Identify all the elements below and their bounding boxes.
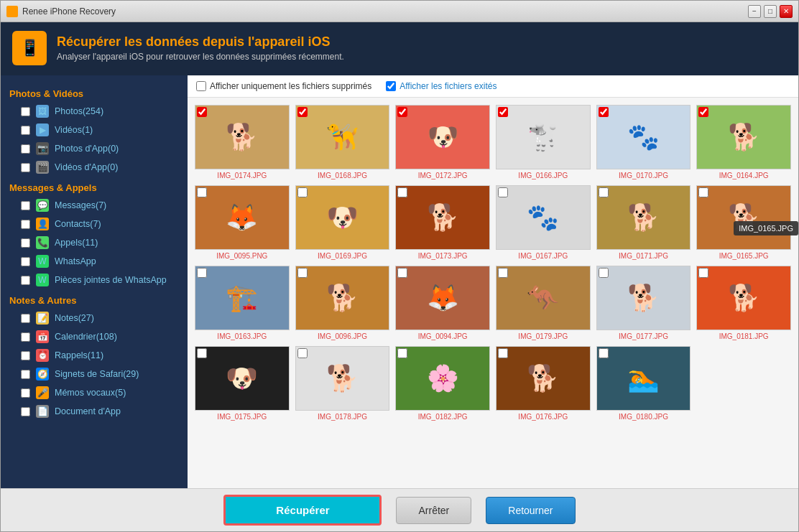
photo-checkbox-IMG_0177[interactable]: [599, 268, 609, 278]
messages-label: Messages(7): [55, 200, 106, 210]
app-photos-label: Photos d'App(0): [55, 144, 119, 154]
photo-checkbox-IMG_0163[interactable]: [197, 268, 207, 278]
filter-deleted-only[interactable]: Afficher uniquement les fichiers supprim…: [196, 81, 371, 91]
photos-label: Photos(254): [55, 106, 103, 116]
main-content: Photos & Vidéos 🖼 Photos(254) ▶ Vidéos(1…: [1, 75, 798, 488]
photo-item-IMG_0095: 🦊IMG_0095.PNG: [195, 185, 290, 260]
whatsapp-icon: W: [36, 255, 49, 268]
notes-checkbox[interactable]: [21, 314, 30, 323]
photo-checkbox-IMG_0180[interactable]: [599, 348, 609, 358]
sidebar-item-notes[interactable]: 📝 Notes(27): [1, 309, 188, 327]
calls-checkbox[interactable]: [21, 238, 30, 248]
videos-checkbox[interactable]: [21, 126, 30, 135]
sidebar-item-safari[interactable]: 🧭 Signets de Safari(29): [1, 365, 188, 383]
photo-checkbox-IMG_0181[interactable]: [698, 268, 708, 278]
calendar-checkbox[interactable]: [21, 332, 30, 342]
photo-checkbox-IMG_0095[interactable]: [197, 187, 207, 197]
safari-checkbox[interactable]: [21, 370, 30, 379]
sidebar-item-calendar[interactable]: 📅 Calendrier(108): [1, 327, 188, 346]
minimize-button[interactable]: −: [748, 5, 761, 18]
sidebar-item-appdoc[interactable]: 📄 Document d'App: [1, 402, 188, 421]
messages-checkbox[interactable]: [21, 201, 30, 210]
contacts-label: Contacts(7): [55, 219, 101, 229]
section-notes-others: Notes & Autres: [1, 289, 188, 309]
photo-wrapper-IMG_0173: 🐕: [395, 185, 490, 250]
sidebar-item-videos[interactable]: ▶ Vidéos(1): [1, 121, 188, 139]
photo-label-IMG_0167: IMG_0167.JPG: [496, 252, 591, 260]
sidebar-item-whatsapp-attach[interactable]: W Pièces jointes de WhatsApp: [1, 271, 188, 289]
photo-item-IMG_0179: 🦘IMG_0179.JPG: [496, 266, 591, 340]
phone-icon: 📞: [36, 236, 49, 249]
whatsapp-label: WhatsApp: [55, 256, 96, 266]
photo-checkbox-IMG_0173[interactable]: [397, 187, 407, 197]
photo-item-IMG_0181: 🐕IMG_0181.JPG: [696, 266, 791, 340]
safari-label: Signets de Safari(29): [55, 369, 139, 379]
photo-label-IMG_0096: IMG_0096.JPG: [295, 332, 390, 340]
whatsapp-checkbox[interactable]: [21, 257, 30, 266]
photo-checkbox-IMG_0175[interactable]: [197, 348, 207, 358]
photo-checkbox-IMG_0166[interactable]: [498, 107, 508, 117]
photo-checkbox-IMG_0179[interactable]: [498, 268, 508, 278]
photo-image-IMG_0167: 🐾: [496, 185, 591, 250]
photo-checkbox-IMG_0165[interactable]: [698, 187, 708, 197]
photos-checkbox[interactable]: [21, 107, 30, 116]
sidebar-item-reminders[interactable]: ⏰ Rappels(11): [1, 346, 188, 365]
photo-item-IMG_0096: 🐕IMG_0096.JPG: [295, 266, 390, 340]
main-window: Renee iPhone Recovery − □ ✕ 📱 Récupérer …: [0, 0, 799, 532]
photo-image-IMG_0163: 🏗️: [195, 266, 290, 330]
photo-item-IMG_0171: 🐕IMG_0171.JPG: [596, 185, 691, 260]
maximize-button[interactable]: □: [764, 5, 777, 18]
voicememo-checkbox[interactable]: [21, 388, 30, 398]
photo-wrapper-IMG_0165: 🐕IMG_0165.JPG: [696, 185, 791, 250]
photo-checkbox-IMG_0182[interactable]: [397, 348, 407, 358]
app-videos-label: Vidéos d'App(0): [55, 162, 118, 172]
photo-item-IMG_0175: 🐶IMG_0175.JPG: [195, 346, 290, 421]
photo-wrapper-IMG_0169: 🐶: [295, 185, 390, 250]
deleted-only-checkbox[interactable]: [196, 81, 206, 91]
bottom-bar: Récupérer Arrêter Retourner: [1, 488, 798, 531]
appdoc-checkbox[interactable]: [21, 407, 30, 416]
photo-image-IMG_0094: 🦊: [395, 266, 490, 330]
photo-wrapper-IMG_0168: ✓🦮: [295, 105, 390, 169]
photo-item-IMG_0172: ✓🐶IMG_0172.JPG: [395, 105, 490, 179]
photo-checkbox-IMG_0094[interactable]: [397, 268, 407, 278]
photo-wrapper-IMG_0170: ✓🐾: [596, 105, 691, 169]
sidebar-item-calls[interactable]: 📞 Appels(11): [1, 233, 188, 252]
sidebar-item-messages[interactable]: 💬 Messages(7): [1, 196, 188, 215]
photo-checkbox-IMG_0164[interactable]: [698, 107, 708, 117]
contacts-checkbox[interactable]: [21, 220, 30, 229]
photo-checkbox-IMG_0167[interactable]: [498, 187, 508, 197]
photo-checkbox-IMG_0096[interactable]: [297, 268, 308, 278]
photo-checkbox-IMG_0169[interactable]: [297, 187, 308, 197]
sidebar-item-whatsapp[interactable]: W WhatsApp: [1, 252, 188, 271]
sidebar-item-app-photos[interactable]: 📷 Photos d'App(0): [1, 139, 188, 158]
photo-checkbox-IMG_0174[interactable]: [197, 107, 207, 117]
photo-wrapper-IMG_0171: 🐕: [596, 185, 691, 250]
photo-checkbox-IMG_0171[interactable]: [599, 187, 609, 197]
stop-button[interactable]: Arrêter: [396, 497, 471, 524]
header-subtitle: Analyser l'appareil iOS pour retrouver l…: [57, 52, 344, 62]
sidebar-item-voicememo[interactable]: 🎤 Mémos vocaux(5): [1, 383, 188, 402]
app-videos-checkbox[interactable]: [21, 163, 30, 172]
photo-checkbox-IMG_0172[interactable]: [397, 107, 407, 117]
photo-item-IMG_0176: 🐕IMG_0176.JPG: [496, 346, 591, 421]
photo-wrapper-IMG_0095: 🦊: [195, 185, 290, 250]
window-controls: − □ ✕: [748, 5, 793, 18]
photo-checkbox-IMG_0178[interactable]: [297, 348, 308, 358]
sidebar-item-photos[interactable]: 🖼 Photos(254): [1, 102, 188, 121]
photo-item-IMG_0177: 🐕IMG_0177.JPG: [596, 266, 691, 340]
filter-show-existing[interactable]: Afficher les fichiers exités: [386, 81, 497, 91]
photo-checkbox-IMG_0170[interactable]: [599, 107, 609, 117]
photo-checkbox-IMG_0168[interactable]: [297, 107, 308, 117]
photo-label-IMG_0163: IMG_0163.JPG: [195, 332, 290, 340]
app-photos-checkbox[interactable]: [21, 144, 30, 154]
sidebar-item-app-videos[interactable]: 🎬 Vidéos d'App(0): [1, 158, 188, 177]
recover-button[interactable]: Récupérer: [223, 495, 382, 526]
back-button[interactable]: Retourner: [486, 497, 575, 524]
whatsapp-attach-checkbox[interactable]: [21, 276, 30, 285]
reminders-checkbox[interactable]: [21, 351, 30, 360]
show-existing-checkbox[interactable]: [386, 81, 396, 91]
close-button[interactable]: ✕: [780, 5, 793, 18]
sidebar-item-contacts[interactable]: 👤 Contacts(7): [1, 215, 188, 233]
photo-checkbox-IMG_0176[interactable]: [498, 348, 508, 358]
